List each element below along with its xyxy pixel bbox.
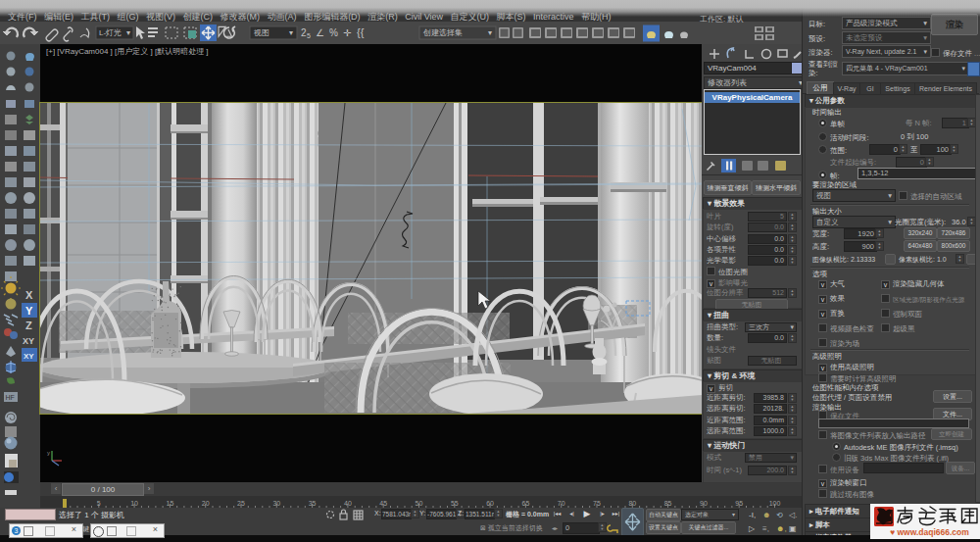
svg-text:视图: 视图	[253, 28, 270, 37]
svg-text:20: 20	[202, 500, 210, 507]
svg-text:▾: ▾	[488, 28, 492, 37]
svg-text:30: 30	[272, 500, 280, 507]
svg-text:X: X	[25, 289, 33, 301]
svg-text:≡,: ≡,	[762, 524, 769, 533]
svg-text:10: 10	[130, 500, 138, 507]
svg-text:y: y	[47, 450, 50, 456]
svg-text:♥ www.daqi666.com: ♥ www.daqi666.com	[890, 527, 969, 537]
svg-text:40: 40	[344, 500, 352, 507]
svg-text:55: 55	[451, 500, 459, 507]
svg-text:%: %	[329, 27, 338, 38]
svg-text:5: 5	[97, 500, 101, 507]
svg-text:创建选择集: 创建选择集	[422, 28, 463, 37]
svg-text:{​{: {​{	[357, 26, 365, 38]
svg-text:95: 95	[735, 500, 743, 507]
svg-text:✛: ✛	[343, 27, 352, 38]
svg-text:▷: ▷	[749, 524, 756, 533]
svg-text:80: 80	[628, 500, 636, 507]
svg-text:L-灯光: L-灯光	[99, 28, 122, 37]
svg-text:☻: ☻	[762, 511, 770, 519]
svg-text:▾: ▾	[289, 28, 293, 37]
svg-text:15: 15	[167, 500, 174, 507]
svg-text:-I,: -I,	[749, 511, 756, 519]
svg-text:∠: ∠	[316, 27, 324, 38]
svg-text:◁.: ◁.	[788, 511, 797, 519]
svg-text:100: 100	[769, 500, 781, 507]
svg-text:60: 60	[486, 500, 494, 507]
svg-text:85: 85	[664, 500, 672, 507]
svg-text:35: 35	[309, 500, 317, 507]
svg-text:75: 75	[593, 500, 601, 507]
svg-text:90: 90	[700, 500, 708, 507]
svg-text:XY: XY	[23, 336, 34, 346]
svg-text:⟲: ⟲	[776, 511, 783, 519]
svg-text:▾: ▾	[126, 28, 130, 37]
svg-text:XY: XY	[24, 352, 34, 361]
svg-text:Y: Y	[25, 305, 33, 317]
svg-text:50: 50	[416, 500, 423, 507]
svg-text:25: 25	[237, 500, 245, 507]
svg-text:5: 5	[307, 32, 311, 39]
svg-text:Z: Z	[25, 320, 32, 331]
svg-text:☻,: ☻,	[776, 524, 787, 533]
svg-text:▣: ▣	[789, 524, 797, 533]
svg-text:HF: HF	[6, 394, 15, 401]
svg-text:45: 45	[379, 500, 387, 507]
svg-text:65: 65	[522, 500, 530, 507]
svg-text:70: 70	[558, 500, 565, 507]
